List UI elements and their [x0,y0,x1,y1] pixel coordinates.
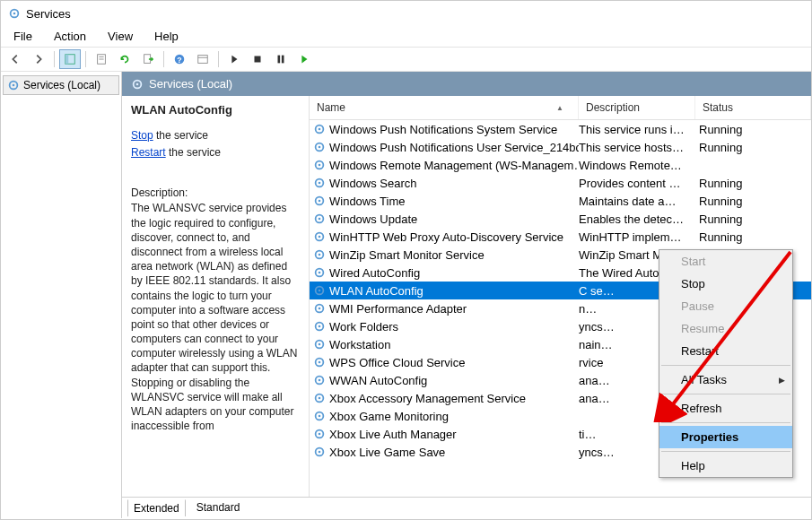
tab-extended[interactable]: Extended [127,499,186,516]
gear-icon [313,284,326,297]
service-name-cell: Xbox Accessory Management Service [310,392,579,405]
service-status-cell: Running [695,141,811,154]
context-menu: Start Stop Pause Resume Restart All Task… [659,249,793,478]
svg-point-26 [319,182,321,185]
tab-strip: Extended Standard [122,497,811,518]
selected-service-name: WLAN AutoConfig [131,103,300,117]
gear-icon [313,177,326,189]
ctx-refresh[interactable]: Refresh [659,397,792,420]
list-view-button[interactable] [192,49,214,69]
service-name-cell: WLAN AutoConfig [310,284,579,298]
ctx-all-tasks-label: All Tasks [681,373,727,386]
svg-point-44 [319,343,321,346]
services-icon [7,79,20,91]
column-name-label: Name [317,101,345,114]
menu-view[interactable]: View [99,28,142,45]
menu-file[interactable]: File [4,28,41,45]
tree-item-label: Services (Local) [23,79,100,91]
service-name: Windows Push Notifications System Servic… [329,123,557,136]
forward-button[interactable] [28,49,49,69]
service-row[interactable]: WinHTTP Web Proxy Auto-Discovery Service… [310,228,811,246]
ctx-help[interactable]: Help [659,455,792,477]
column-headers: Name ▲ Description Status [310,96,811,120]
svg-point-1 [13,13,16,15]
service-desc-cell: Windows Remote… [579,159,695,172]
column-name[interactable]: Name ▲ [310,96,579,119]
service-row[interactable]: Windows UpdateEnables the detec…Running [310,210,811,228]
stop-service-button[interactable] [247,49,268,69]
toolbar-sep [54,51,55,67]
export-button[interactable] [137,49,159,69]
menubar: File Action View Help [1,26,811,47]
service-row[interactable]: Windows TimeMaintains date a…Running [310,192,811,210]
ctx-stop[interactable]: Stop [659,273,792,295]
service-name-cell: WinZip Smart Monitor Service [310,248,579,262]
back-button[interactable] [4,49,26,69]
ctx-restart[interactable]: Restart [659,340,792,362]
service-name: WPS Office Cloud Service [329,356,465,369]
pause-service-button[interactable] [270,49,292,69]
svg-point-40 [319,308,321,310]
service-row[interactable]: Windows SearchProvides content …Running [310,174,811,192]
restart-service-link[interactable]: Restart [131,146,166,159]
gear-icon [313,374,326,386]
toolbar-sep [218,51,219,67]
svg-text:?: ? [177,56,181,65]
service-row[interactable]: Windows Push Notifications System Servic… [310,120,811,138]
svg-point-34 [319,254,321,256]
ctx-sep [661,422,790,423]
svg-point-56 [319,451,321,454]
service-name: Windows Update [329,212,417,226]
restart-service-button[interactable] [293,49,315,69]
service-name-cell: WPS Office Cloud Service [310,356,579,369]
tree-item-services-local[interactable]: Services (Local) [3,75,119,95]
svg-rect-13 [278,56,281,64]
svg-point-42 [319,325,321,328]
service-name-cell: Windows Push Notifications User Service_… [310,141,579,154]
service-name: Work Folders [329,320,398,334]
service-name-cell: WMI Performance Adapter [310,302,579,316]
service-status-cell: Running [695,177,811,190]
service-row[interactable]: Windows Push Notifications User Service_… [310,138,811,156]
start-service-button[interactable] [223,49,245,69]
svg-point-38 [319,290,321,292]
service-name-cell: Windows Push Notifications System Servic… [310,123,579,136]
svg-point-36 [319,272,321,274]
service-desc-cell: This service hosts… [579,141,695,154]
help-button[interactable]: ? [169,49,190,69]
gear-icon [313,320,326,333]
service-row[interactable]: Windows Remote Management (WS-Managem…Wi… [310,156,811,174]
description-text: The WLANSVC service provides the logic r… [131,201,300,433]
content-header-label: Services (Local) [149,77,232,91]
show-tree-button[interactable] [59,49,81,69]
service-action-links: Stop the service Restart the service [131,127,300,161]
properties-button[interactable] [91,49,112,69]
svg-point-22 [319,146,321,149]
detail-pane: WLAN AutoConfig Stop the service Restart… [122,96,309,497]
refresh-button[interactable] [114,49,135,69]
column-status[interactable]: Status [695,96,811,119]
menu-help[interactable]: Help [145,28,188,45]
service-status-cell: Running [695,212,811,226]
column-description[interactable]: Description [579,96,695,119]
svg-point-48 [319,379,321,382]
tab-standard[interactable]: Standard [191,499,246,516]
stop-service-link[interactable]: Stop [131,129,153,142]
window-title: Services [26,7,71,21]
gear-icon [313,266,326,279]
svg-point-52 [319,415,321,418]
service-name: Windows Remote Management (WS-Managem… [329,159,579,172]
ctx-pause[interactable]: Pause [659,295,792,317]
service-desc-cell: Maintains date a… [579,195,695,208]
ctx-start[interactable]: Start [659,250,792,273]
service-desc-cell: WinHTTP implem… [579,230,695,244]
service-status-cell: Running [695,195,811,208]
menu-action[interactable]: Action [45,28,95,45]
ctx-all-tasks[interactable]: All Tasks ▶ [659,368,792,391]
service-desc-cell: Provides content … [579,177,695,190]
ctx-properties[interactable]: Properties [659,426,792,448]
service-name-cell: Windows Remote Management (WS-Managem… [310,159,579,172]
ctx-resume[interactable]: Resume [659,317,792,340]
svg-rect-3 [65,55,69,65]
ctx-sep [661,394,790,394]
